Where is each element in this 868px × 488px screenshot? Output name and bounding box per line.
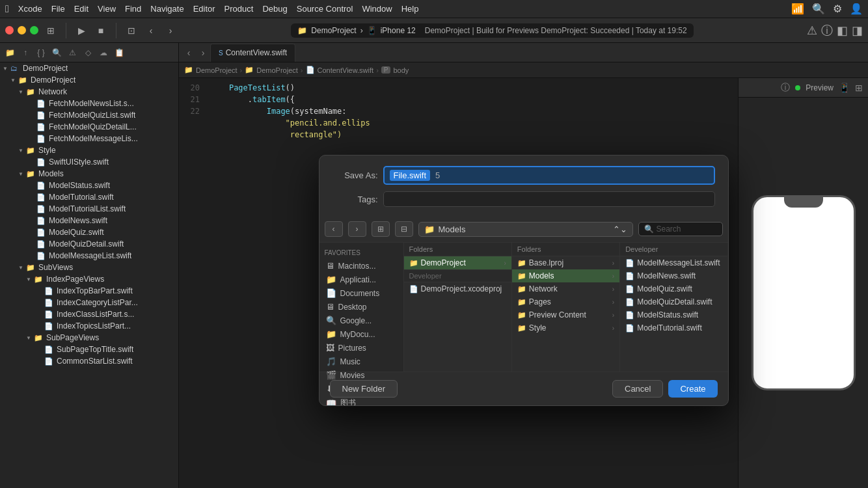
new-folder-button[interactable]: New Folder bbox=[330, 380, 398, 398]
sidebar-item-models[interactable]: ▼ 📁 Models bbox=[0, 168, 178, 180]
sidebar-macintos[interactable]: 🖥 Macintos... bbox=[319, 259, 403, 273]
menu-xcode[interactable]: Xcode bbox=[18, 4, 42, 14]
scheme-toggle[interactable]: ⊡ bbox=[124, 23, 139, 38]
sidebar-item-indextopicslistpart[interactable]: 📄 IndexTopicsListPart... bbox=[0, 320, 178, 332]
sidebar-music[interactable]: 🎵 Music bbox=[319, 355, 403, 368]
breadcrumb-contentview[interactable]: ContentView.swift bbox=[318, 66, 374, 74]
sidebar-item-modelnews[interactable]: 📄 ModelNews.swift bbox=[0, 215, 178, 226]
menu-find[interactable]: Find bbox=[125, 4, 141, 14]
menu-source-control[interactable]: Source Control bbox=[297, 4, 353, 14]
user-avatar[interactable]: 👤 bbox=[850, 3, 863, 15]
nav-back-btn[interactable]: ‹ bbox=[182, 46, 196, 60]
sidebar-toggle[interactable]: ⊞ bbox=[44, 23, 58, 38]
browser-item-modelnews[interactable]: 📄 ModelNews.swift bbox=[620, 269, 727, 282]
sidebar-item-style[interactable]: ▼ 📁 Style bbox=[0, 144, 178, 156]
nav-back[interactable]: ‹ bbox=[144, 23, 158, 38]
tab-contentview[interactable]: S ContentView.swift bbox=[210, 44, 295, 62]
tags-input[interactable] bbox=[383, 191, 715, 207]
view-options-btn[interactable]: ⊞ bbox=[372, 221, 390, 237]
menu-view[interactable]: View bbox=[98, 4, 116, 14]
sidebar-item-modeltutorial[interactable]: 📄 ModelTutorial.swift bbox=[0, 191, 178, 203]
go-forward-btn[interactable]: › bbox=[348, 221, 366, 237]
sidebar-item-indexcategorylistpar[interactable]: 📄 IndexCategoryListPar... bbox=[0, 297, 178, 308]
sidebar-item-subpageviews[interactable]: ▼ 📁 SubPageViews bbox=[0, 332, 178, 344]
panel-right-icon[interactable]: ◨ bbox=[852, 23, 863, 38]
sidebar-item-fetchmodelmessagelist[interactable]: 📄 FetchModelMessageLis... bbox=[0, 133, 178, 144]
menu-window[interactable]: Window bbox=[362, 4, 392, 14]
sidebar-item-fetchmodelquizdetaill[interactable]: 📄 FetchModelQuizDetailL... bbox=[0, 121, 178, 133]
browser-item-modelquiz[interactable]: 📄 ModelQuiz.swift bbox=[620, 282, 727, 295]
browser-item-modeltutorial[interactable]: 📄 ModelTutorial.swift bbox=[620, 321, 727, 334]
source-control-icon[interactable]: ↑ bbox=[18, 46, 33, 60]
sidebar-item-indexpageviews[interactable]: ▼ 📁 IndexPageViews bbox=[0, 273, 178, 285]
browser-item-network[interactable]: 📁 Network › bbox=[512, 282, 619, 295]
sidebar-mydocu[interactable]: 📁 MyDocu... bbox=[319, 327, 403, 341]
apple-menu[interactable]:  bbox=[5, 3, 9, 15]
inspector-icon[interactable]: ⓘ bbox=[781, 82, 790, 94]
menu-editor[interactable]: Editor bbox=[193, 4, 215, 14]
browser-item-baselproj[interactable]: 📁 Base.lproj › bbox=[512, 256, 619, 269]
menu-debug[interactable]: Debug bbox=[262, 4, 287, 14]
browser-item-xcodeproj[interactable]: 📄 DemoProject.xcodeproj bbox=[404, 282, 511, 295]
menu-help[interactable]: Help bbox=[401, 4, 419, 14]
cancel-button[interactable]: Cancel bbox=[612, 380, 663, 398]
sidebar-item-modelquizdetail[interactable]: 📄 ModelQuizDetail.swift bbox=[0, 238, 178, 250]
control-center-icon[interactable]: ⚙ bbox=[833, 3, 842, 15]
go-back-btn[interactable]: ‹ bbox=[325, 221, 343, 237]
close-button[interactable] bbox=[5, 26, 14, 34]
sidebar-item-demoproject-root[interactable]: ▼ 🗂 DemoProject bbox=[0, 62, 178, 74]
sidebar-item-indexclasslistpart[interactable]: 📄 IndexClassListPart.s... bbox=[0, 308, 178, 320]
debug-icon[interactable]: ☁ bbox=[96, 46, 111, 60]
duplicate-icon[interactable]: ⊞ bbox=[855, 83, 863, 93]
menu-product[interactable]: Product bbox=[224, 4, 254, 14]
sidebar-item-commonstarlist[interactable]: 📄 CommonStarList.swift bbox=[0, 355, 178, 367]
breadcrumb-project[interactable]: DemoProject bbox=[196, 66, 237, 74]
nav-forward-btn[interactable]: › bbox=[196, 46, 210, 60]
browser-item-demoproject[interactable]: 📁 DemoProject › bbox=[404, 256, 511, 269]
play-button[interactable]: ▶ bbox=[74, 23, 88, 38]
filename-input[interactable]: File.swift 5 bbox=[383, 166, 715, 185]
dialog-search-box[interactable]: 🔍 Search bbox=[638, 222, 723, 236]
menu-navigate[interactable]: Navigate bbox=[150, 4, 183, 14]
symbol-icon[interactable]: { } bbox=[34, 46, 48, 60]
breadcrumb-demoproject[interactable]: DemoProject bbox=[256, 66, 298, 74]
create-button[interactable]: Create bbox=[668, 380, 717, 398]
sidebar-item-modeltutoriallist[interactable]: 📄 ModelTutorialList.swift bbox=[0, 203, 178, 215]
sidebar-pictures[interactable]: 🖼 Pictures bbox=[319, 341, 403, 355]
device-icon-btn[interactable]: 📱 bbox=[839, 83, 850, 93]
sidebar-item-fetchmodelnewslist[interactable]: 📄 FetchModelNewsList.s... bbox=[0, 98, 178, 109]
sidebar-google[interactable]: 🔍 Google... bbox=[319, 314, 403, 327]
sidebar-documents[interactable]: 📄 Documents bbox=[319, 286, 403, 300]
inspector-icon[interactable]: ⓘ bbox=[821, 23, 833, 38]
folder-icon[interactable]: 📁 bbox=[3, 46, 17, 60]
browser-item-models[interactable]: 📁 Models › bbox=[512, 269, 619, 282]
sidebar-item-demoproject[interactable]: ▼ 📁 DemoProject bbox=[0, 74, 178, 86]
sidebar-item-modelstatus[interactable]: 📄 ModelStatus.swift bbox=[0, 180, 178, 191]
panel-left-icon[interactable]: ◧ bbox=[837, 23, 848, 38]
arrange-btn[interactable]: ⊟ bbox=[395, 221, 413, 237]
minimize-button[interactable] bbox=[18, 26, 26, 34]
sidebar-item-modelmessagelist[interactable]: 📄 ModelMessageList.swift bbox=[0, 250, 178, 262]
sidebar-item-fetchmodelquizlist[interactable]: 📄 FetchModelQuizList.swift bbox=[0, 109, 178, 121]
menu-edit[interactable]: Edit bbox=[74, 4, 88, 14]
browser-item-modelstatus[interactable]: 📄 ModelStatus.swift bbox=[620, 308, 727, 321]
browser-item-style[interactable]: 📁 Style › bbox=[512, 321, 619, 334]
sidebar-item-swiftuistyle[interactable]: 📄 SwiftUIStyle.swift bbox=[0, 156, 178, 168]
breadcrumb-body[interactable]: body bbox=[393, 66, 409, 74]
sidebar-desktop[interactable]: 🖥 Desktop bbox=[319, 300, 403, 314]
sidebar-item-subpagetoptitle[interactable]: 📄 SubPageTopTitle.swift bbox=[0, 344, 178, 355]
sidebar-applicati[interactable]: 📁 Applicati... bbox=[319, 273, 403, 286]
maximize-button[interactable] bbox=[30, 26, 38, 34]
sidebar-item-network[interactable]: ▼ 📁 Network bbox=[0, 86, 178, 98]
warning-icon[interactable]: ⚠ bbox=[65, 46, 79, 60]
sidebar-item-modelquiz[interactable]: 📄 ModelQuiz.swift bbox=[0, 226, 178, 238]
browser-item-preview-content[interactable]: 📁 Preview Content › bbox=[512, 308, 619, 321]
location-dropdown[interactable]: 📁 Models ⌃⌄ bbox=[418, 222, 633, 237]
browser-item-modelquizdetail[interactable]: 📄 ModelQuizDetail.swift bbox=[620, 295, 727, 308]
stop-button[interactable]: ■ bbox=[94, 23, 108, 38]
sidebar-item-subviews[interactable]: ▼ 📁 SubViews bbox=[0, 262, 178, 273]
nav-forward[interactable]: › bbox=[163, 23, 178, 38]
test-icon[interactable]: ◇ bbox=[81, 46, 95, 60]
report-icon[interactable]: 📋 bbox=[112, 46, 126, 60]
browser-item-pages[interactable]: 📁 Pages › bbox=[512, 295, 619, 308]
